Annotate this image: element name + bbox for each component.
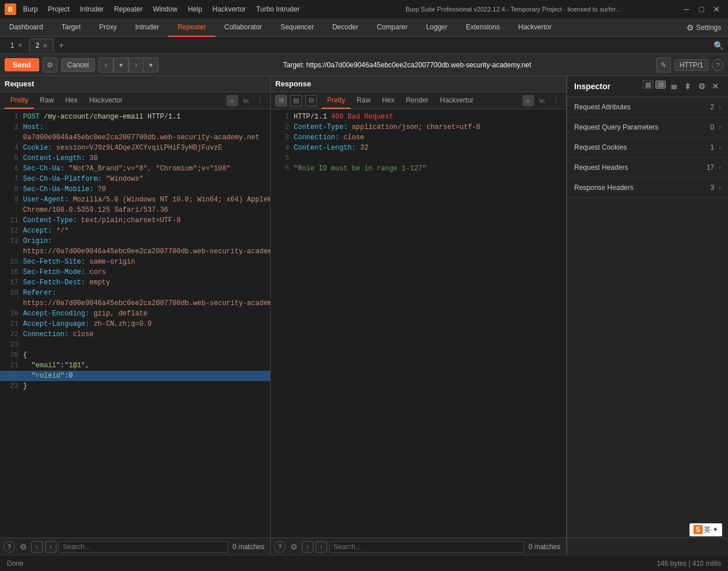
inspector-label-cookies: Request Cookies: [574, 143, 710, 151]
request-icon-more[interactable]: ⋮: [254, 95, 266, 106]
inspector-icon-collapse[interactable]: ⬍: [682, 81, 693, 92]
settings-icon[interactable]: ⚙: [43, 58, 58, 73]
close-tab-1[interactable]: ✕: [18, 42, 22, 48]
request-matches-count: 0 matches: [230, 543, 267, 551]
response-next-button[interactable]: ›: [316, 541, 327, 553]
maximize-button[interactable]: □: [695, 3, 708, 15]
nav-tab-hackvertor[interactable]: Hackvertor: [509, 18, 561, 37]
response-tab-hex[interactable]: Hex: [376, 93, 400, 109]
response-panel-header: Response: [271, 76, 566, 92]
response-grid-icon[interactable]: ⊞: [275, 95, 287, 106]
nav-tab-extensions[interactable]: Extensions: [457, 18, 509, 37]
menu-help[interactable]: Help: [183, 4, 207, 14]
minimize-button[interactable]: ─: [680, 3, 693, 15]
close-tab-2[interactable]: ✕: [43, 43, 47, 49]
response-view-icons: ⊞ ▤ ⊟: [275, 95, 321, 106]
nav-tab-collaborator[interactable]: Collaborator: [215, 18, 271, 37]
response-icon-newline[interactable]: \n: [536, 95, 548, 106]
response-icon-more[interactable]: ⋮: [550, 95, 562, 106]
help-button[interactable]: ?: [712, 59, 723, 71]
send-button[interactable]: Send: [5, 58, 39, 71]
nav-tab-sequencer[interactable]: Sequencer: [271, 18, 323, 37]
ime-overlay: S英·✦: [689, 523, 722, 536]
request-tab-hex[interactable]: Hex: [59, 93, 83, 109]
response-content: 1 HTTP/1.1 400 Bad Request 2 Content-Typ…: [271, 109, 566, 538]
menu-burp[interactable]: Burp: [18, 4, 42, 14]
nav-tab-intruder[interactable]: Intruder: [126, 18, 168, 37]
response-line-5: 5: [271, 153, 566, 163]
request-line-17: 17 Sec-Fetch-Dest: empty: [0, 277, 270, 288]
response-tab-hackvertor[interactable]: Hackvertor: [434, 93, 479, 109]
response-gear-icon[interactable]: ⚙: [288, 541, 299, 553]
nav-tab-repeater[interactable]: Repeater: [168, 18, 215, 37]
search-icon[interactable]: 🔍: [714, 41, 723, 50]
inspector-settings-icon[interactable]: ⚙: [696, 81, 707, 92]
request-line-9: 9 User-Agent: Mozilla/5.0 (Windows NT 10…: [0, 195, 270, 205]
menu-repeater[interactable]: Repeater: [109, 4, 147, 14]
edit-target-button[interactable]: ✎: [656, 58, 671, 73]
inspector-icon-grid[interactable]: ⊞: [655, 81, 666, 89]
response-list-icon[interactable]: ▤: [290, 95, 302, 106]
response-prev-button[interactable]: ‹: [302, 541, 313, 553]
inspector-icon-sort[interactable]: ≣: [668, 81, 680, 92]
response-help-button[interactable]: ?: [274, 541, 286, 553]
response-tab-render[interactable]: Render: [400, 93, 434, 109]
repeater-tab-2[interactable]: 2 ✕: [29, 39, 54, 52]
menu-hackvertor[interactable]: Hackvertor: [208, 4, 251, 14]
nav-tab-proxy[interactable]: Proxy: [90, 18, 126, 37]
cancel-button[interactable]: Cancel: [61, 58, 95, 72]
request-line-24: 20 {: [0, 350, 270, 360]
request-line-23: 23: [0, 340, 270, 350]
inspector-row-query[interactable]: Request Query Parameters 0 ›: [567, 117, 728, 138]
nav-tab-comparer[interactable]: Comparer: [367, 18, 416, 37]
request-gear-icon[interactable]: ⚙: [17, 541, 29, 553]
nav-tab-dashboard[interactable]: Dashboard: [0, 18, 52, 37]
request-bottom-bar: ? ⚙ ‹ › 0 matches: [0, 538, 271, 555]
request-next-button[interactable]: ›: [45, 541, 56, 553]
inspector-row-cookies[interactable]: Request Cookies 1 ›: [567, 138, 728, 158]
request-help-button[interactable]: ?: [3, 541, 15, 553]
request-icon-doc[interactable]: ≡: [226, 95, 238, 106]
menu-window[interactable]: Window: [148, 4, 182, 14]
inspector-row-attributes[interactable]: Request Attributes 2 ›: [567, 97, 728, 117]
inspector-icon-list[interactable]: ▤: [643, 81, 653, 89]
menu-project[interactable]: Project: [43, 4, 74, 14]
response-table-icon[interactable]: ⊟: [305, 95, 317, 106]
prev-dropdown[interactable]: ▾: [113, 58, 128, 73]
target-url: Target: https://0a7d00e9046a45ebc0ee2ca2…: [162, 61, 653, 69]
request-tab-raw[interactable]: Raw: [34, 93, 59, 109]
request-tab-pretty[interactable]: Pretty: [5, 93, 34, 109]
request-icon-newline[interactable]: \n: [240, 95, 252, 106]
inspector-close-icon[interactable]: ✕: [710, 81, 721, 92]
request-line-11: 11 Content-Type: text/plain;charset=UTF-…: [0, 215, 270, 226]
next-button[interactable]: ›: [128, 58, 143, 73]
http-version-selector[interactable]: HTTP/1: [674, 59, 708, 71]
nav-settings[interactable]: ⚙ Settings: [680, 23, 728, 32]
title-bar-menu: Burp Project Intruder Repeater Window He…: [18, 4, 347, 14]
close-button[interactable]: ✕: [710, 3, 723, 15]
menu-intruder[interactable]: Intruder: [75, 4, 108, 14]
prev-button[interactable]: ‹: [98, 58, 113, 73]
nav-tab-decoder[interactable]: Decoder: [323, 18, 367, 37]
request-tab-hackvertor[interactable]: Hackvertor: [84, 93, 128, 109]
request-line-16: 16 Sec-Fetch-Mode: cors: [0, 267, 270, 277]
response-icon-doc[interactable]: ≡: [522, 95, 534, 106]
add-tab-button[interactable]: +: [55, 39, 67, 52]
request-search-input[interactable]: [59, 541, 228, 553]
request-line-21: 21 Accept-Language: zh-CN,zh;q=0.9: [0, 319, 270, 329]
response-tab-pretty[interactable]: Pretty: [321, 93, 351, 109]
request-line-3: 3 0a7d00e9046a45ebc0ee2ca2007700db.web-s…: [0, 132, 270, 143]
next-dropdown[interactable]: ▾: [143, 58, 158, 73]
nav-tab-target[interactable]: Target: [52, 18, 90, 37]
chevron-down-icon: ›: [719, 103, 721, 111]
menu-turbo-intruder[interactable]: Turbo Intruder: [252, 4, 305, 14]
repeater-tab-1[interactable]: 1 ✕: [5, 39, 28, 52]
response-search-input[interactable]: [329, 541, 524, 553]
request-prev-button[interactable]: ‹: [31, 541, 43, 553]
request-line-5: 5 Content-Length: 30: [0, 153, 270, 163]
nav-tab-logger[interactable]: Logger: [417, 18, 457, 37]
inspector-row-req-headers[interactable]: Request Headers 17 ›: [567, 158, 728, 178]
status-right: 146 bytes | 410 millis: [657, 559, 721, 568]
inspector-row-res-headers[interactable]: Response Headers 3 ›: [567, 178, 728, 198]
response-tab-raw[interactable]: Raw: [351, 93, 376, 109]
